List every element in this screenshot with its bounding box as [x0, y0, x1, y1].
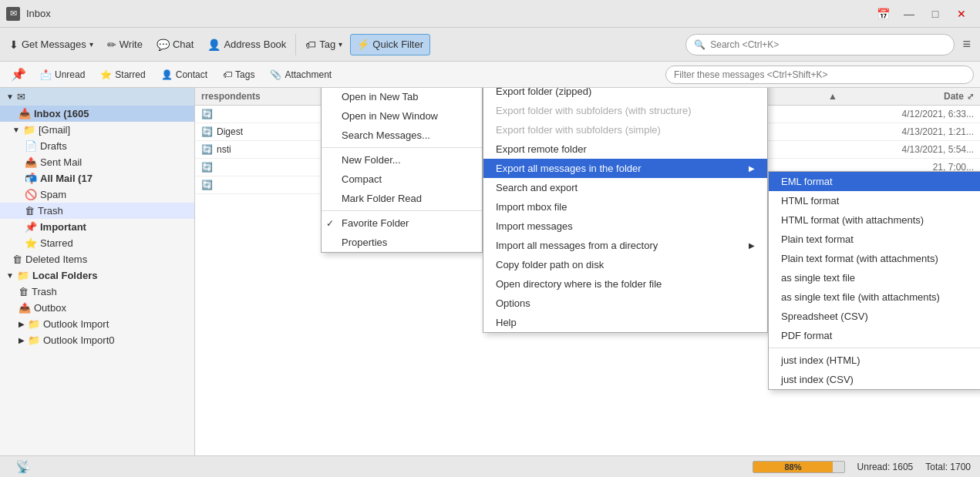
ctx-item-compact[interactable]: Compact: [322, 170, 482, 189]
expand-icon: ⤢: [967, 92, 974, 102]
subsub-item-csv[interactable]: Spreadsheet (CSV): [769, 307, 980, 326]
msg-icon-2: 🔄: [201, 144, 214, 155]
outlook-import0-label: Outlook Import0: [43, 334, 115, 346]
sub-item-search-export[interactable]: Search and export: [483, 178, 767, 197]
subsub-item-index-csv[interactable]: just index (CSV): [769, 370, 980, 389]
quick-filter-button[interactable]: ⚡ Quick Filter: [350, 34, 430, 55]
ctx-separator-3: [322, 210, 482, 211]
attachment-filter-button[interactable]: 📎 Attachment: [264, 65, 338, 85]
search-input[interactable]: [710, 39, 946, 50]
sub-item-import-messages[interactable]: Import messages: [483, 217, 767, 236]
starred-filter-button[interactable]: ⭐ Starred: [94, 65, 151, 85]
ctx-item-search-messages[interactable]: Search Messages...: [322, 126, 482, 145]
subsub-arrow-icon: ▶: [749, 164, 755, 173]
ctx-item-properties[interactable]: Properties: [322, 233, 482, 252]
address-book-button[interactable]: 👤 Address Book: [201, 32, 292, 58]
ctx-item-open-new-tab[interactable]: Open in New Tab: [322, 88, 482, 106]
get-messages-dropdown-icon[interactable]: ▾: [89, 40, 93, 49]
subsub-item-index-html[interactable]: just index (HTML): [769, 351, 980, 370]
sub-item-import-from-dir[interactable]: Import all messages from a directory ▶: [483, 236, 767, 255]
search-box[interactable]: 🔍: [685, 34, 955, 55]
sent-label: Sent Mail: [40, 156, 82, 168]
contact-icon: 👤: [161, 69, 173, 80]
important-icon: 📌: [25, 221, 37, 233]
sub-item-help[interactable]: Help: [483, 313, 767, 332]
sidebar-item-spam[interactable]: 🚫 Spam: [0, 186, 194, 203]
subsub-item-single-text-att[interactable]: as single text file (with attachments): [769, 287, 980, 307]
local-folders-arrow-icon: ▼: [6, 271, 14, 280]
sidebar-item-account[interactable]: ▼ ✉: [0, 88, 194, 106]
title-bar-left: ✉ Inbox: [6, 7, 51, 21]
msg-date-1: 4/13/2021, 1:21...: [850, 126, 974, 137]
ctx-separator-2: [322, 147, 482, 148]
tag-dropdown-icon[interactable]: ▾: [338, 40, 342, 49]
sidebar-item-deleted-items[interactable]: 🗑 Deleted Items: [0, 251, 194, 267]
tags-filter-button[interactable]: 🏷 Tags: [217, 65, 261, 85]
msg-icon-1: 🔄: [201, 126, 214, 137]
subsub-item-pdf[interactable]: PDF format: [769, 326, 980, 345]
subsub-item-single-text[interactable]: as single text file: [769, 268, 980, 287]
sidebar-item-gmail[interactable]: ▼ 📁 [Gmail]: [0, 122, 194, 138]
sidebar-item-local-folders[interactable]: ▼ 📁 Local Folders: [0, 267, 194, 284]
total-count: Total: 1700: [925, 462, 971, 472]
sub-item-export-all-messages[interactable]: Export all messages in the folder ▶: [483, 159, 767, 178]
pin-icon[interactable]: 📌: [6, 66, 31, 83]
sidebar-item-starred[interactable]: ⭐ Starred: [0, 235, 194, 251]
window-controls: 📅 — □ ✕: [871, 3, 974, 25]
network-icon: 📡: [15, 459, 31, 474]
sidebar-item-outbox[interactable]: 📤 Outbox: [0, 300, 194, 316]
sub-item-open-directory[interactable]: Open directory where is the folder file: [483, 274, 767, 294]
subsub-item-eml[interactable]: EML format: [769, 172, 980, 191]
subsub-item-plain-att[interactable]: Plain text format (with attachments): [769, 249, 980, 268]
allmail-icon: 📬: [25, 173, 37, 184]
sidebar-item-inbox[interactable]: 📥 Inbox (1605: [0, 106, 194, 122]
address-book-icon: 👤: [207, 39, 221, 51]
minimize-button[interactable]: —: [897, 3, 921, 25]
sidebar-item-outlook-import0[interactable]: ▶ 📁 Outlook Import0: [0, 332, 194, 348]
sidebar-item-trash-gmail[interactable]: 🗑 Trash: [0, 203, 194, 219]
write-button[interactable]: ✏ Write: [101, 32, 149, 58]
import-dir-arrow-icon: ▶: [749, 241, 755, 250]
ctx-item-new-folder[interactable]: New Folder...: [322, 150, 482, 170]
contact-filter-button[interactable]: 👤 Contact: [155, 65, 214, 85]
sidebar-item-drafts[interactable]: 📄 Drafts: [0, 138, 194, 154]
allmail-label: All Mail (17: [40, 173, 93, 184]
sub-item-export-subfolders-struct: Export folder with subfolders (with stru…: [483, 101, 767, 120]
sidebar-item-important[interactable]: 📌 Important: [0, 219, 194, 235]
sub-item-copy-folder-path[interactable]: Copy folder path on disk: [483, 255, 767, 274]
ctx-item-mark-folder-read[interactable]: Mark Folder Read: [322, 189, 482, 208]
sub-item-export-folder-zipped[interactable]: Export folder (zipped): [483, 88, 767, 101]
sidebar: ▼ ✉ 📥 Inbox (1605 ▼ 📁 [Gmail] 📄 Drafts 📤…: [0, 88, 195, 455]
outlook-import-label: Outlook Import: [43, 318, 109, 330]
drafts-label: Drafts: [40, 140, 67, 152]
close-button[interactable]: ✕: [949, 3, 974, 25]
tag-button[interactable]: 🏷 Tag ▾: [299, 32, 349, 58]
sub-item-options[interactable]: Options: [483, 294, 767, 313]
spam-icon: 🚫: [25, 189, 37, 200]
sidebar-item-sent[interactable]: 📤 Sent Mail: [0, 154, 194, 170]
get-messages-button[interactable]: ⬇ Get Messages ▾: [3, 32, 99, 58]
attachment-icon: 📎: [270, 69, 281, 80]
sidebar-item-trash-local[interactable]: 🗑 Trash: [0, 284, 194, 300]
ctx-item-open-new-window[interactable]: Open in New Window: [322, 106, 482, 126]
sidebar-item-allmail[interactable]: 📬 All Mail (17: [0, 170, 194, 186]
msg-icon-3: 🔄: [201, 162, 214, 173]
filter-search-input[interactable]: [665, 66, 974, 84]
menu-button[interactable]: ≡: [956, 33, 977, 55]
deleted-items-label: Deleted Items: [25, 254, 87, 265]
ctx-item-favorite-folder[interactable]: ✓ Favorite Folder: [322, 213, 482, 233]
subsub-item-plain[interactable]: Plain text format: [769, 230, 980, 249]
chat-button[interactable]: 💬 Chat: [150, 32, 200, 58]
starred-icon: ⭐: [100, 69, 112, 80]
calendar-button[interactable]: 📅: [871, 3, 895, 25]
sub-item-export-remote-folder[interactable]: Export remote folder: [483, 139, 767, 159]
sidebar-item-outlook-import[interactable]: ▶ 📁 Outlook Import: [0, 316, 194, 332]
search-icon: 🔍: [694, 39, 706, 50]
maximize-button[interactable]: □: [923, 3, 948, 25]
trash-local-label: Trash: [32, 286, 57, 297]
subsub-item-html[interactable]: HTML format: [769, 191, 980, 210]
sub-item-import-mbox[interactable]: Import mbox file: [483, 197, 767, 217]
unread-filter-button[interactable]: 📩 Unread: [34, 65, 91, 85]
tags-icon: 🏷: [223, 69, 232, 80]
subsub-item-html-att[interactable]: HTML format (with attachments): [769, 210, 980, 230]
